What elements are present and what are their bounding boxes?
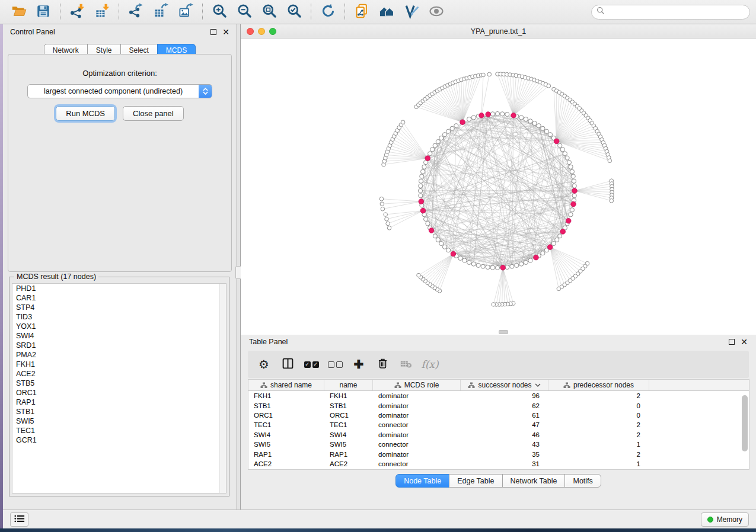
zoom-out-icon: [237, 3, 253, 21]
table-cell: 43: [461, 441, 548, 448]
close-table-panel-icon[interactable]: ✕: [741, 339, 748, 345]
table-row[interactable]: STB1STB1dominator620: [248, 400, 749, 410]
add-row-button[interactable]: ✚: [349, 354, 369, 374]
table-options-button[interactable]: ⚙: [254, 354, 274, 374]
refresh-icon: [320, 3, 336, 21]
table-row[interactable]: TEC1TEC1connector472: [248, 420, 749, 430]
mcds-result-item[interactable]: TID3: [12, 312, 226, 322]
refresh-network-button[interactable]: [315, 2, 340, 22]
table-cell: dominator: [373, 402, 461, 409]
search-input[interactable]: [608, 8, 745, 16]
delete-table-button[interactable]: [396, 354, 416, 374]
network-canvas[interactable]: [241, 39, 756, 335]
table-cell: 1: [548, 460, 649, 467]
import-table-button[interactable]: [90, 2, 114, 22]
column-header-label: MCDS role: [404, 381, 439, 389]
table-row[interactable]: ACE2ACE2connector311: [248, 459, 749, 469]
save-icon: [36, 4, 51, 21]
mcds-result-item[interactable]: YOX1: [12, 322, 226, 331]
tab-edge-table[interactable]: Edge Table: [449, 474, 502, 488]
zoom-in-button[interactable]: [207, 2, 232, 22]
search-field[interactable]: [591, 5, 750, 20]
table-row[interactable]: ORC1ORC1dominator610: [248, 411, 749, 420]
import-table-icon: [94, 3, 110, 21]
table-cell: 2: [548, 421, 649, 428]
mcds-result-item[interactable]: PMA2: [12, 350, 226, 360]
delete-row-button[interactable]: [372, 354, 393, 374]
hide-details-button[interactable]: [424, 2, 449, 22]
column-header-name[interactable]: name: [324, 380, 373, 390]
mcds-result-item[interactable]: ORC1: [12, 388, 226, 398]
mcds-list-scrollbar[interactable]: [219, 284, 226, 493]
table-row[interactable]: FKH1FKH1dominator962: [248, 391, 749, 400]
mcds-result-item[interactable]: SWI5: [12, 416, 226, 426]
tab-network-table[interactable]: Network Table: [502, 474, 566, 488]
zoom-out-button[interactable]: [232, 2, 257, 22]
mcds-result-items: PHD1CAR1STP4TID3YOX1SWI4SRD1PMA2FKH1ACE2…: [12, 284, 226, 445]
save-session-button[interactable]: [31, 2, 56, 22]
column-header-predecessor-nodes[interactable]: predecessor nodes: [548, 380, 649, 390]
close-panel-button[interactable]: Close panel: [123, 106, 184, 121]
zoom-selected-button[interactable]: [282, 2, 307, 22]
zoom-fit-button[interactable]: [257, 2, 282, 22]
mcds-result-item[interactable]: STB1: [12, 407, 226, 416]
mcds-result-list[interactable]: PHD1CAR1STP4TID3YOX1SWI4SRD1PMA2FKH1ACE2…: [12, 283, 227, 493]
mcds-result-item[interactable]: TEC1: [12, 426, 226, 435]
table-panel-header: Table Panel ✕: [241, 335, 756, 348]
zoom-window-icon[interactable]: [269, 28, 276, 35]
tab-node-table[interactable]: Node Table: [395, 474, 449, 488]
table-toolbar: ⚙ ✓✓ ✚ f(x): [248, 351, 749, 378]
show-columns-button[interactable]: [277, 354, 298, 374]
table-cell: STB1: [248, 402, 324, 409]
mcds-result-item[interactable]: STP4: [12, 303, 226, 312]
close-window-icon[interactable]: [247, 28, 254, 35]
export-image-button[interactable]: [173, 2, 198, 22]
table-row[interactable]: SWI5SWI5connector431: [248, 440, 749, 449]
network-overview-button[interactable]: [374, 2, 399, 22]
table-vscroll-thumb[interactable]: [742, 395, 748, 451]
float-table-panel-icon[interactable]: [729, 339, 735, 345]
mcds-result-item[interactable]: CAR1: [12, 293, 226, 303]
mcds-result-item[interactable]: ACE2: [12, 369, 226, 379]
mcds-result-item[interactable]: RAP1: [12, 398, 226, 407]
mcds-tab-body: Optimization criterion: largest connecte…: [8, 54, 232, 272]
minimize-window-icon[interactable]: [258, 28, 265, 35]
mcds-result-item[interactable]: SWI4: [12, 331, 226, 341]
table-cell: 62: [461, 402, 548, 409]
table-row[interactable]: RAP1RAP1dominator352: [248, 449, 749, 459]
run-mcds-button[interactable]: Run MCDS: [56, 106, 115, 121]
close-panel-icon[interactable]: ✕: [222, 29, 229, 35]
network-window-title: YPA_prune.txt_1: [241, 27, 756, 36]
mcds-result-item[interactable]: SRD1: [12, 341, 226, 350]
import-network-icon: [69, 3, 85, 21]
toolbar-separator: [202, 4, 203, 20]
clone-network-button[interactable]: [349, 2, 374, 22]
export-network-button[interactable]: [123, 2, 148, 22]
task-history-button[interactable]: [10, 512, 28, 527]
optimization-criterion-select[interactable]: largest connected component (undirected): [27, 84, 212, 98]
table-cell: SWI4: [248, 431, 324, 438]
table-row[interactable]: SWI4SWI4dominator462: [248, 430, 749, 440]
column-header-successor-nodes[interactable]: successor nodes: [461, 380, 548, 390]
task-list-icon: [14, 514, 25, 525]
mcds-result-item[interactable]: STB5: [12, 379, 226, 388]
network-view-window: YPA_prune.txt_1: [241, 24, 756, 335]
float-panel-icon[interactable]: [210, 29, 216, 35]
vizmap-button[interactable]: [399, 2, 424, 22]
column-header-shared-name[interactable]: shared name: [248, 380, 324, 390]
network-hscroll-thumb[interactable]: [499, 330, 508, 334]
column-header-mcds-role[interactable]: MCDS role: [373, 380, 461, 390]
export-image-icon: [178, 3, 194, 21]
function-builder-button[interactable]: f(x): [420, 354, 440, 374]
mcds-result-item[interactable]: FKH1: [12, 360, 226, 369]
table-row[interactable]: YOX1YOX1connector291: [248, 469, 749, 470]
import-network-button[interactable]: [65, 2, 90, 22]
deselect-all-button[interactable]: [325, 354, 345, 374]
mcds-result-item[interactable]: PHD1: [12, 284, 226, 293]
open-file-button[interactable]: [6, 2, 31, 22]
tab-motifs[interactable]: Motifs: [564, 474, 601, 488]
mcds-result-item[interactable]: GCR1: [12, 435, 226, 445]
memory-button[interactable]: Memory: [701, 512, 749, 527]
select-all-button[interactable]: ✓✓: [301, 354, 321, 374]
export-table-button[interactable]: [148, 2, 173, 22]
